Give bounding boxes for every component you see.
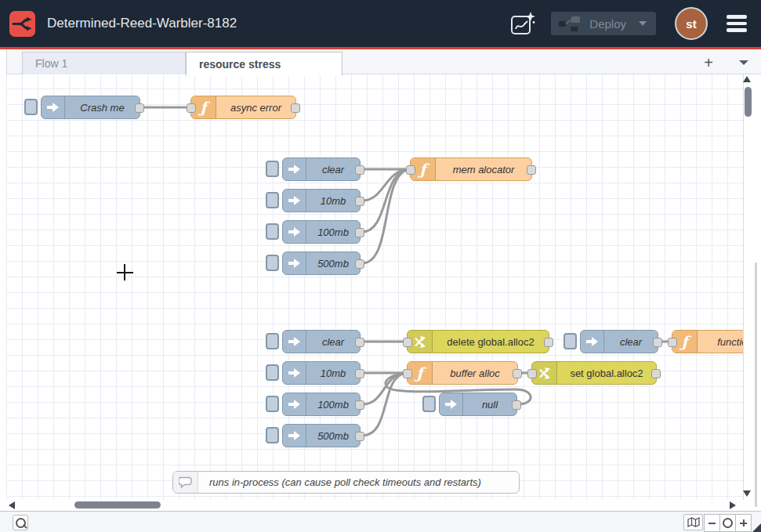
vscroll-down-arrow[interactable] [743, 490, 751, 497]
plus-icon [740, 519, 747, 527]
inject-arrow-icon [283, 425, 306, 447]
map-icon [687, 517, 700, 527]
zoom-out-button[interactable] [704, 514, 720, 532]
node-inject-crash-me[interactable]: Crash me [41, 96, 140, 119]
inject-trigger-button[interactable] [266, 223, 279, 240]
node-inject-100mb[interactable]: 100mb [282, 393, 361, 416]
deploy-icon [559, 16, 580, 32]
cursor-crosshair [124, 264, 125, 280]
comment-bubble-icon [173, 472, 198, 493]
flow-canvas[interactable]: Crash me async error clear 10mb 100mb 50… [6, 74, 744, 500]
output-port[interactable] [355, 165, 364, 175]
node-function-mem-alocator[interactable]: mem alocator [410, 157, 532, 181]
wire[interactable] [362, 169, 408, 263]
inject-arrow-icon [42, 96, 65, 118]
node-inject-clear[interactable]: clear [580, 330, 658, 353]
node-label: runs in-process (can cause poll check ti… [198, 472, 519, 493]
output-port[interactable] [527, 165, 536, 175]
add-flow-button[interactable]: + [699, 53, 718, 72]
logo-fork-glyph [12, 13, 33, 34]
circle-icon [723, 518, 733, 528]
ai-assistant-icon[interactable] [509, 9, 537, 38]
output-port[interactable] [653, 338, 662, 347]
node-function-function[interactable]: function [672, 330, 744, 353]
flowfuse-logo-icon[interactable] [9, 11, 35, 37]
zoom-in-button[interactable] [735, 514, 752, 532]
tab-resource-stress[interactable]: resource stress [186, 52, 342, 76]
flow-tab-bar: Flow 1 resource stress + [6, 49, 761, 74]
node-change-set-global-alloc2[interactable]: set global.alloc2 [531, 361, 657, 385]
avatar-initials: st [686, 17, 696, 31]
inject-trigger-button[interactable] [266, 396, 279, 412]
node-inject-null[interactable]: null [439, 393, 517, 416]
hscroll-right-arrow[interactable] [730, 501, 736, 509]
node-function-async-error[interactable]: async error [190, 96, 296, 119]
vscroll-thumb[interactable] [745, 87, 752, 117]
deploy-button[interactable]: Deploy [551, 12, 656, 35]
search-flows-button[interactable] [13, 515, 28, 530]
zoom-reset-button[interactable] [719, 514, 736, 532]
inject-trigger-button[interactable] [266, 333, 279, 349]
node-function-buffer-alloc[interactable]: buffer alloc [407, 361, 518, 385]
tab-flow-1[interactable]: Flow 1 [22, 52, 186, 75]
flow-list-caret-icon[interactable] [739, 60, 748, 65]
node-inject-clear[interactable]: clear [282, 330, 361, 353]
node-inject-10mb[interactable]: 10mb [282, 361, 361, 385]
output-port[interactable] [512, 400, 521, 410]
main-menu-button[interactable] [723, 12, 750, 35]
inject-trigger-button[interactable] [266, 255, 279, 271]
output-port[interactable] [291, 103, 300, 113]
navigator-map-button[interactable] [683, 514, 703, 530]
output-port[interactable] [651, 369, 661, 378]
node-inject-500mb[interactable]: 500mb [282, 424, 361, 447]
node-inject-clear[interactable]: clear [282, 157, 361, 181]
node-inject-500mb[interactable]: 500mb [282, 252, 361, 275]
output-port[interactable] [513, 369, 522, 378]
output-port[interactable] [355, 197, 364, 206]
inject-trigger-button[interactable] [564, 333, 577, 349]
node-comment[interactable]: runs in-process (can cause poll check ti… [172, 471, 520, 494]
inject-trigger-button[interactable] [24, 99, 38, 115]
output-port[interactable] [355, 228, 364, 237]
node-label: 10mb [306, 362, 360, 384]
node-label: 10mb [306, 190, 360, 212]
input-port[interactable] [403, 369, 412, 378]
wire[interactable] [362, 373, 405, 436]
output-port[interactable] [355, 369, 364, 378]
node-label: delete global.alloc2 [433, 331, 549, 353]
input-port[interactable] [403, 338, 412, 347]
output-port[interactable] [355, 432, 364, 441]
hscroll-left-arrow[interactable] [9, 501, 15, 509]
node-inject-10mb[interactable]: 10mb [282, 189, 361, 212]
output-port[interactable] [355, 338, 364, 347]
header: Determined-Reed-Warbler-8182 Deploy st [0, 0, 761, 47]
node-label: mem alocator [436, 158, 531, 180]
node-inject-100mb[interactable]: 100mb [282, 220, 361, 244]
output-port[interactable] [544, 338, 553, 347]
wire[interactable] [362, 169, 408, 232]
inject-trigger-button[interactable] [422, 396, 436, 412]
user-avatar[interactable]: st [675, 7, 708, 40]
inject-arrow-icon [440, 393, 463, 415]
output-port[interactable] [135, 103, 144, 113]
inject-trigger-button[interactable] [266, 427, 279, 443]
inject-arrow-icon [283, 331, 306, 353]
node-label: set global.alloc2 [557, 362, 656, 384]
resize-grip [752, 523, 761, 532]
inject-trigger-button[interactable] [266, 364, 279, 381]
input-port[interactable] [187, 103, 196, 113]
hscroll-thumb[interactable] [74, 501, 161, 508]
output-port[interactable] [355, 400, 364, 410]
zoom-controls [705, 514, 752, 532]
output-port[interactable] [355, 259, 364, 269]
input-port[interactable] [527, 369, 537, 378]
wire[interactable] [362, 373, 405, 404]
wire[interactable] [362, 169, 408, 201]
input-port[interactable] [668, 338, 677, 347]
inject-trigger-button[interactable] [266, 192, 279, 208]
inject-trigger-button[interactable] [266, 161, 279, 177]
input-port[interactable] [406, 165, 415, 175]
node-change-delete-global-alloc2[interactable]: delete global.alloc2 [407, 330, 549, 353]
vscroll-up-arrow[interactable] [743, 76, 751, 82]
deploy-options-caret-icon[interactable] [639, 21, 647, 26]
